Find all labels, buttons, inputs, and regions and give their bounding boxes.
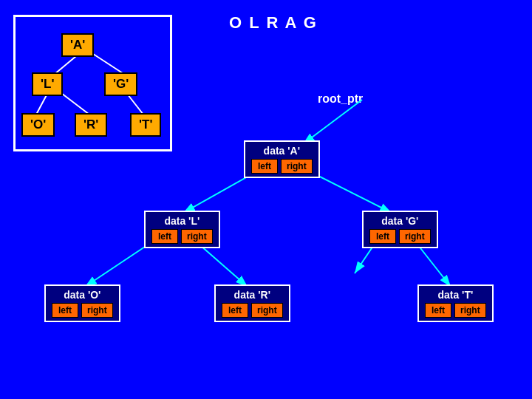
node-G-right: right — [399, 229, 431, 244]
tree-node-T: 'T' — [130, 113, 161, 137]
node-L-left: left — [151, 229, 178, 244]
node-block-T: data 'T' left right — [417, 284, 494, 322]
node-G-left: left — [369, 229, 396, 244]
tree-node-G: 'G' — [104, 72, 137, 96]
svg-line-1 — [91, 52, 125, 75]
node-T-right: right — [454, 303, 486, 318]
node-A-right: right — [281, 159, 313, 174]
node-block-O: data 'O' left right — [44, 284, 120, 322]
node-T-left: left — [425, 303, 451, 318]
node-G-data: data 'G' — [369, 215, 431, 227]
node-O-left: left — [52, 303, 78, 318]
node-R-right: right — [251, 303, 283, 318]
node-O-right: right — [81, 303, 113, 318]
tree-diagram: 'A' 'L' 'G' 'O' 'R' 'T' — [13, 15, 172, 151]
node-O-data: data 'O' — [52, 289, 113, 301]
node-block-A: data 'A' left right — [244, 140, 320, 178]
page-title: O L R A G — [229, 13, 318, 33]
node-block-R: data 'R' left right — [214, 284, 290, 322]
root-ptr-label: root_ptr — [318, 92, 363, 106]
node-T-data: data 'T' — [425, 289, 486, 301]
node-L-data: data 'L' — [151, 215, 213, 227]
node-R-data: data 'R' — [222, 289, 283, 301]
node-A-data: data 'A' — [251, 145, 313, 157]
tree-node-A: 'A' — [61, 33, 94, 57]
tree-node-R: 'R' — [75, 113, 107, 137]
node-L-right: right — [181, 229, 213, 244]
svg-line-6 — [303, 100, 362, 144]
tree-node-O: 'O' — [21, 113, 55, 137]
node-block-G: data 'G' left right — [362, 211, 438, 248]
tree-node-L: 'L' — [32, 72, 63, 96]
node-R-left: left — [222, 303, 248, 318]
node-block-L: data 'L' left right — [144, 211, 220, 248]
node-A-left: left — [251, 159, 278, 174]
